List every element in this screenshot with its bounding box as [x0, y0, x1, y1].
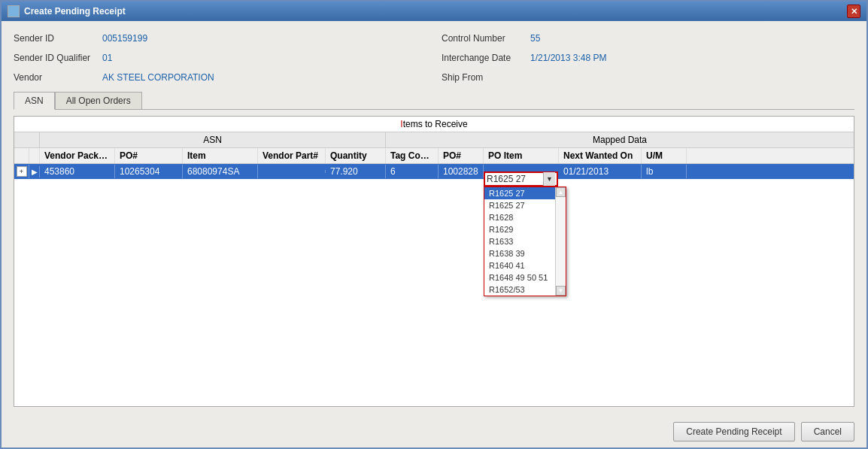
dropdown-item-r1629[interactable]: R1629 — [484, 223, 555, 235]
tab-asn[interactable]: ASN — [14, 92, 55, 110]
window-title: Create Pending Receipt — [24, 6, 126, 17]
sender-id-qualifier-label: Sender ID Qualifier — [14, 53, 96, 63]
cell-mapped-po: 1002828 — [439, 165, 484, 178]
po-item-dropdown-trigger[interactable]: R1625 27 ▼ — [484, 171, 558, 187]
col-mapped-po: PO# — [439, 148, 484, 163]
sender-id-row: Sender ID 005159199 — [14, 30, 426, 47]
interchange-date-label: Interchange Date — [442, 53, 524, 63]
dropdown-item-r1640-41[interactable]: R1640 41 — [484, 259, 555, 272]
cell-quantity: 77.920 — [326, 165, 386, 178]
cell-tag-count: 6 — [386, 165, 439, 178]
tab-bar: ASN All Open Orders — [14, 92, 854, 110]
col-expand — [14, 148, 29, 163]
sender-id-label: Sender ID — [14, 33, 96, 44]
col-tag-count: Tag Count — [386, 148, 439, 163]
col-vendor-packing-slip: Vendor Packing Slip — [40, 148, 115, 163]
create-pending-receipt-button[interactable]: Create Pending Receipt — [673, 422, 794, 441]
scroll-track — [556, 197, 566, 286]
control-number-value: 55 — [530, 33, 540, 44]
col-po-num: PO# — [115, 148, 183, 163]
vendor-row: Vendor AK STEEL CORPORATION — [14, 69, 426, 86]
title-bar: Create Pending Receipt ✕ — [2, 2, 866, 21]
cell-um: lb — [642, 165, 687, 178]
control-number-row: Control Number 55 — [442, 30, 854, 47]
sender-id-value: 005159199 — [102, 33, 147, 44]
interchange-date-row: Interchange Date 1/21/2013 3:48 PM — [442, 50, 854, 66]
dropdown-item-r1638-39[interactable]: R1638 39 — [484, 247, 555, 259]
po-item-dropdown-list: R1625 27 R1625 27 R1628 R1629 R1633 R163… — [484, 187, 566, 296]
dropdown-item-r1648[interactable]: R1648 49 50 51 — [484, 272, 555, 284]
control-number-label: Control Number — [442, 33, 524, 44]
close-button[interactable]: ✕ — [847, 5, 860, 18]
dropdown-item-r1625-27-1[interactable]: R1625 27 — [484, 187, 555, 199]
data-row: + ▶ 453860 10265304 68080974SA 77.920 6 … — [14, 164, 854, 179]
dropdown-item-r1625-27-2[interactable]: R1625 27 — [484, 199, 555, 211]
cell-vendor-packing-slip: 453860 — [40, 165, 115, 178]
sender-id-qualifier-row: Sender ID Qualifier 01 — [14, 50, 426, 66]
cell-vendor-part — [258, 170, 326, 173]
expand-button[interactable]: + — [17, 166, 27, 177]
scroll-down-button[interactable]: ▼ — [556, 286, 566, 296]
cancel-button[interactable]: Cancel — [801, 422, 854, 441]
col-po-item: PO Item — [484, 148, 559, 163]
dropdown-arrow-icon[interactable]: ▼ — [543, 172, 555, 186]
dropdown-scrollbar: ▲ ▼ — [555, 187, 566, 296]
col-quantity: Quantity — [326, 148, 386, 163]
items-to-receive-text: tems to Receive — [403, 119, 468, 129]
column-headers-row: Vendor Packing Slip PO# Item Vendor Part… — [14, 148, 854, 164]
arrow-cell: ▶ — [29, 166, 40, 177]
col-um: U/M — [642, 148, 687, 163]
tab-all-open-orders[interactable]: All Open Orders — [55, 92, 142, 109]
expand-cell: + — [14, 165, 29, 178]
footer: Create Pending Receipt Cancel — [2, 416, 866, 447]
grid-container: Items to Receive ASN Mapped Data Vendor … — [14, 116, 854, 407]
col-arrow — [29, 148, 40, 163]
dropdown-item-r1652[interactable]: R1652/53 — [484, 284, 555, 296]
mapped-group-header: Mapped Data — [386, 132, 854, 147]
asn-group-header: ASN — [40, 132, 386, 147]
scroll-up-button[interactable]: ▲ — [556, 187, 566, 197]
ship-from-row: Ship From — [442, 69, 854, 86]
dropdown-item-r1628[interactable]: R1628 — [484, 211, 555, 223]
cell-po-num: 10265304 — [115, 165, 183, 178]
vendor-value: AK STEEL CORPORATION — [102, 72, 214, 83]
window-icon — [8, 5, 20, 17]
form-section: Sender ID 005159199 Control Number 55 Se… — [14, 30, 854, 86]
content-area: Sender ID 005159199 Control Number 55 Se… — [2, 21, 866, 416]
cell-next-wanted-on: 01/21/2013 — [559, 165, 642, 178]
group-headers: ASN Mapped Data — [14, 132, 854, 148]
col-vendor-part: Vendor Part# — [258, 148, 326, 163]
dropdown-item-r1633[interactable]: R1633 — [484, 235, 555, 247]
ship-from-label: Ship From — [442, 72, 524, 83]
main-window: Create Pending Receipt ✕ Sender ID 00515… — [0, 0, 868, 449]
interchange-date-value: 1/21/2013 3:48 PM — [530, 53, 606, 63]
po-item-dropdown-wrapper[interactable]: R1625 27 ▼ R1625 27 R1625 27 R1628 R1629… — [484, 171, 558, 187]
col-item: Item — [183, 148, 258, 163]
vendor-label: Vendor — [14, 72, 96, 83]
po-item-selected-value: R1625 27 — [487, 174, 526, 184]
row-arrow-icon: ▶ — [32, 168, 38, 176]
cell-item: 68080974SA — [183, 165, 258, 178]
sender-id-qualifier-value: 01 — [102, 53, 112, 63]
col-next-wanted-on: Next Wanted On — [559, 148, 642, 163]
items-to-receive-header: Items to Receive — [14, 117, 854, 132]
